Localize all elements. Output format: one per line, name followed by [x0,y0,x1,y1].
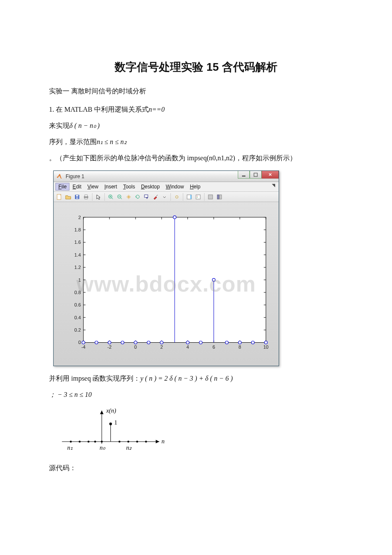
save-icon[interactable] [73,193,81,201]
svg-text:1: 1 [78,278,81,283]
svg-rect-16 [144,195,148,197]
sketch-ylabel: x(n) [106,407,116,414]
svg-point-118 [87,441,89,443]
paragraph-2: 来实现δ ( n − n₀ ) [49,120,343,132]
menu-file[interactable]: File [55,183,69,191]
svg-text:6: 6 [213,344,215,350]
svg-point-116 [70,441,72,443]
svg-point-117 [79,441,81,443]
legend-icon[interactable] [194,193,202,201]
toolbar [54,192,279,202]
svg-line-14 [121,198,122,199]
svg-line-17 [156,195,158,196]
window-maximize-button[interactable] [250,171,262,179]
pointer-icon[interactable] [95,193,102,201]
svg-point-87 [95,341,98,344]
svg-point-120 [101,441,103,443]
sketch-n0-label: n₀ [100,444,106,451]
brush-icon[interactable] [152,193,159,201]
link-icon[interactable] [173,193,181,201]
svg-text:0.6: 0.6 [75,302,81,307]
p2-math: δ ( n − n₀ ) [69,122,100,129]
menu-tools[interactable]: Tools [120,183,138,191]
svg-rect-20 [196,195,200,199]
svg-text:10: 10 [263,344,268,350]
svg-point-121 [118,441,121,443]
sketch-n1-label: n₁ [67,444,73,451]
page-title: 数字信号处理实验 15 含代码解析 [49,60,343,75]
svg-point-122 [127,441,130,443]
svg-text:1.2: 1.2 [75,265,81,270]
svg-text:0.2: 0.2 [75,327,81,332]
svg-point-123 [136,441,138,443]
axes-area: www.bdocx.com 00.20.40.60.811.21.41.61.8… [54,202,279,366]
dropdown-icon[interactable] [161,193,168,201]
paragraph-6: ； − 3 ≤ n ≤ 10 [49,389,343,401]
svg-point-97 [160,341,163,344]
menu-help[interactable]: Help [187,183,204,191]
p3-prefix: 序列，显示范围 [49,138,97,145]
colorbar-icon[interactable] [185,193,193,201]
p5-math: y ( n ) = 2 δ ( n − 3 ) + δ ( n − 6 ) [140,375,233,382]
svg-text:2: 2 [160,344,163,350]
window-close-button[interactable]: ✕ [262,171,279,179]
svg-rect-1 [254,173,257,176]
open-icon[interactable] [64,193,72,201]
show-tools-icon[interactable] [216,193,223,201]
p5-prefix: 并利用 impseq 函数实现序列： [49,375,140,382]
p6-math: ； − 3 ≤ n ≤ 10 [49,391,92,398]
p1-math: n==0 [149,106,165,113]
menu-insert[interactable]: Insert [101,183,120,191]
stem-plot: 00.20.40.60.811.21.41.61.82-4-20246810 [60,211,272,360]
zoom-in-icon[interactable] [107,193,115,201]
window-minimize-button[interactable] [238,171,250,179]
svg-rect-23 [208,195,213,199]
svg-text:0.8: 0.8 [75,290,81,295]
print-icon[interactable] [82,193,90,201]
svg-rect-25 [219,195,222,199]
svg-point-126 [110,422,112,425]
paragraph-5: 并利用 impseq 函数实现序列：y ( n ) = 2 δ ( n − 3 … [49,373,343,384]
svg-point-105 [212,278,215,281]
matlab-app-icon [56,173,62,179]
svg-point-107 [225,341,228,344]
menu-bar: File Edit View Insert Tools Desktop Wind… [54,182,279,192]
paragraph-7: 源代码： [49,462,343,474]
svg-text:4: 4 [186,344,189,350]
p1-prefix: 1. 在 MATLAB 中利用逻辑关系式 [49,106,149,113]
menu-view[interactable]: View [84,183,101,191]
menu-overflow-icon[interactable]: ◥ [270,183,277,191]
svg-point-103 [199,341,202,344]
rotate-icon[interactable] [134,193,141,201]
pan-icon[interactable] [125,193,133,201]
p3-math: n₁ ≤ n ≤ n₂ [97,138,127,145]
svg-text:2: 2 [78,215,81,220]
paragraph-1: 1. 在 MATLAB 中利用逻辑关系式n==0 [49,104,343,116]
menu-window[interactable]: Window [163,183,187,191]
svg-text:1.6: 1.6 [75,240,81,245]
sketch-xlabel: n [161,438,164,445]
menu-desktop[interactable]: Desktop [138,183,163,191]
window-titlebar: Figure 1 ✕ [54,171,279,182]
new-figure-icon[interactable] [55,193,63,201]
svg-rect-7 [85,195,87,197]
svg-point-89 [108,341,111,344]
svg-rect-0 [242,176,245,176]
svg-text:-2: -2 [107,344,112,350]
menu-edit[interactable]: Edit [69,183,84,191]
matlab-figure-window: Figure 1 ✕ File Edit View Insert Tools D… [53,171,279,366]
sketch-n2-label: n₂ [126,444,132,451]
svg-point-113 [265,341,268,344]
svg-rect-4 [76,195,78,197]
hide-tools-icon[interactable] [207,193,214,201]
svg-point-93 [134,341,137,344]
svg-point-111 [251,341,254,344]
svg-text:8: 8 [239,344,241,350]
svg-text:1.8: 1.8 [75,227,81,232]
zoom-out-icon[interactable] [116,193,124,201]
svg-text:0: 0 [78,340,81,345]
svg-point-85 [82,341,85,344]
paragraph-3: 序列，显示范围n₁ ≤ n ≤ n₂ [49,136,343,148]
datatip-icon[interactable] [143,193,150,201]
svg-text:1.4: 1.4 [75,252,81,257]
